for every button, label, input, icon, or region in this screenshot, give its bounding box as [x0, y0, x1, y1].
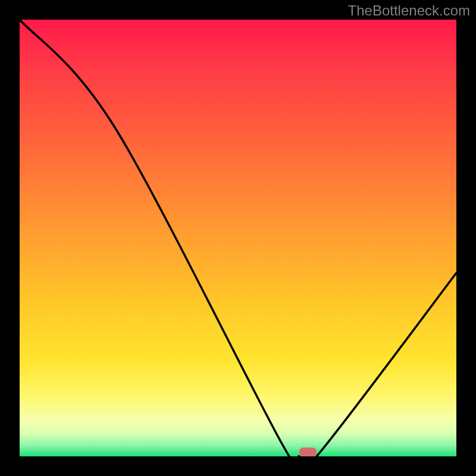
bottleneck-chart [0, 0, 476, 476]
watermark-label: TheBottleneck.com [348, 2, 470, 19]
chart-container: TheBottleneck.com [0, 0, 476, 476]
optimal-marker [299, 447, 317, 456]
